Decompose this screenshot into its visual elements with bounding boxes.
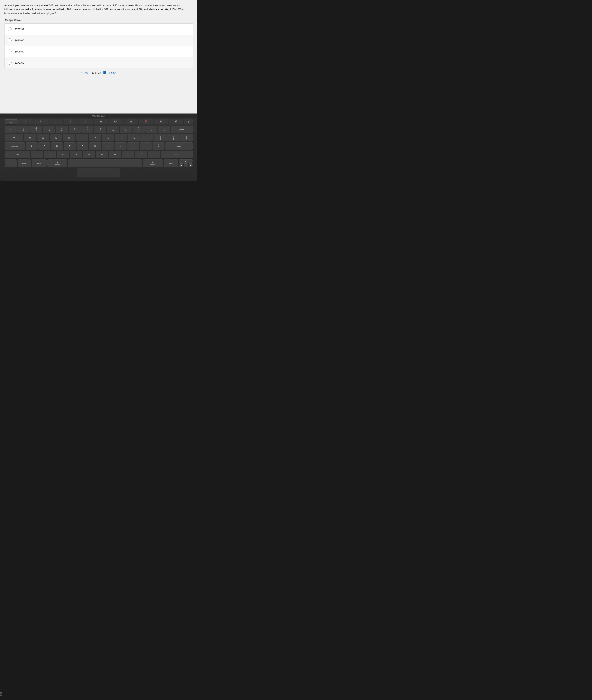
slash-key[interactable]: ?/: [148, 151, 160, 158]
period-key[interactable]: >.: [135, 151, 147, 158]
h-key[interactable]: H: [89, 143, 101, 150]
radio-a[interactable]: [8, 27, 11, 31]
d-key[interactable]: D: [51, 143, 63, 150]
touchpad[interactable]: [77, 168, 120, 177]
function-row: esc ☀F2 ⊞F3 ⋯F4 ✦F5 ☀F6 ◀◀F7 ▶⏸F8 ▶▶F9 🔇…: [4, 119, 193, 124]
choice-a-text: $737.92: [15, 28, 24, 31]
choice-b[interactable]: $680.00: [4, 35, 193, 46]
b-key[interactable]: B: [83, 151, 95, 158]
choices-container: $737.92 $680.00 $909.50 $171.58: [4, 23, 193, 68]
z-key[interactable]: Z: [31, 151, 43, 158]
j-key[interactable]: J: [102, 143, 114, 150]
macbook-label: MacBook Air: [0, 113, 197, 118]
f8-key[interactable]: ▶⏸F8: [109, 119, 123, 124]
next-button[interactable]: Next ›: [109, 71, 116, 74]
1-key[interactable]: !1: [17, 126, 30, 133]
asdf-row: caps lock A S D F G H J K L :; "' return: [4, 143, 193, 150]
q-key[interactable]: Q: [24, 134, 36, 142]
t-key[interactable]: T: [76, 134, 88, 142]
comma-key[interactable]: <,: [122, 151, 134, 158]
i-key[interactable]: I: [115, 134, 128, 142]
shift-right-key[interactable]: shift: [161, 151, 193, 158]
3-key[interactable]: #3: [43, 126, 55, 133]
m-key[interactable]: M: [109, 151, 121, 158]
question-text: An employee receives an hourly rate of $…: [4, 4, 185, 15]
2-key[interactable]: @2: [30, 126, 42, 133]
4-key[interactable]: $4: [56, 126, 68, 133]
f12-key[interactable]: 🔊F12: [169, 119, 183, 124]
equals-key[interactable]: +=: [158, 126, 170, 133]
e-key[interactable]: E: [50, 134, 62, 142]
backtick-key[interactable]: ~`: [5, 126, 17, 133]
radio-c[interactable]: [8, 50, 11, 53]
bracket-close-key[interactable]: }]: [167, 134, 180, 142]
f6-key[interactable]: ☀F6: [79, 119, 93, 124]
keyboard-area: esc ☀F2 ⊞F3 ⋯F4 ✦F5 ☀F6 ◀◀F7 ▶⏸F8 ▶▶F9 🔇…: [0, 118, 197, 181]
s-key[interactable]: S: [38, 143, 50, 150]
option-left-key[interactable]: option: [32, 160, 46, 167]
semicolon-key[interactable]: :;: [140, 143, 152, 150]
qwerty-row: tab Q W E R T Y U I O P {[ }] |\: [4, 134, 193, 142]
arrow-right-key[interactable]: ▶: [189, 163, 193, 167]
o-key[interactable]: O: [128, 134, 141, 142]
minus-key[interactable]: —-: [145, 126, 157, 133]
u-key[interactable]: U: [102, 134, 114, 142]
f2-key[interactable]: ☀F2: [18, 119, 33, 124]
9-key[interactable]: (9: [120, 126, 132, 133]
ctrl-key[interactable]: control: [17, 160, 31, 167]
f4-key[interactable]: ⋯F4: [49, 119, 63, 124]
6-key[interactable]: ^6: [82, 126, 93, 133]
g-key[interactable]: G: [77, 143, 89, 150]
radio-b[interactable]: [8, 38, 11, 42]
arrow-down-key[interactable]: ▼: [184, 163, 188, 167]
bracket-open-key[interactable]: {[: [154, 134, 166, 142]
f-key[interactable]: F: [64, 143, 76, 150]
c-key[interactable]: C: [57, 151, 69, 158]
w-key[interactable]: W: [37, 134, 49, 142]
caps-key[interactable]: caps lock: [5, 143, 25, 150]
chevron-left-icon: ‹: [81, 71, 82, 74]
arrow-left-key[interactable]: ◀: [179, 163, 183, 167]
k-key[interactable]: K: [114, 143, 127, 150]
cmd-right-key[interactable]: ⌘ command: [143, 160, 163, 167]
zxcv-row: shift Z X C V B N M <, >. ?/ shift: [4, 151, 193, 158]
arrow-up-key[interactable]: ▲: [179, 159, 193, 163]
quote-key[interactable]: "': [152, 143, 164, 150]
0-key[interactable]: )0: [133, 126, 144, 133]
f11-key[interactable]: 🔉F11: [154, 119, 168, 124]
delete-key[interactable]: delete: [171, 126, 192, 133]
space-key[interactable]: [68, 160, 142, 167]
choice-a[interactable]: $737.92: [4, 24, 193, 35]
choice-c[interactable]: $909.50: [4, 46, 193, 57]
prev-button[interactable]: ‹ Prev: [81, 71, 88, 74]
v-key[interactable]: V: [70, 151, 82, 158]
f3-key[interactable]: ⊞F3: [34, 119, 48, 124]
cmd-left-key[interactable]: ⌘ command: [47, 160, 67, 167]
n-key[interactable]: N: [96, 151, 108, 158]
f10-key[interactable]: 🔇F10: [139, 119, 153, 124]
fn-key[interactable]: fn: [5, 160, 17, 167]
next-label: Next: [109, 71, 115, 74]
shift-left-key[interactable]: shift: [5, 151, 30, 158]
option-right-key[interactable]: option: [164, 160, 178, 167]
y-key[interactable]: Y: [89, 134, 101, 142]
radio-d[interactable]: [8, 61, 11, 65]
f9-key[interactable]: ▶▶F9: [124, 119, 138, 124]
f5-key[interactable]: ✦F5: [64, 119, 78, 124]
7-key[interactable]: &7: [94, 126, 106, 133]
backslash-key[interactable]: |\: [180, 134, 193, 142]
p-key[interactable]: P: [141, 134, 154, 142]
5-key[interactable]: %5: [69, 126, 81, 133]
r-key[interactable]: R: [63, 134, 76, 142]
grid-icon[interactable]: [103, 71, 106, 74]
x-key[interactable]: X: [44, 151, 56, 158]
power-key[interactable]: ⏻: [184, 119, 193, 124]
f7-key[interactable]: ◀◀F7: [94, 119, 108, 124]
return-key[interactable]: return: [165, 143, 193, 150]
a-key[interactable]: A: [26, 143, 38, 150]
escape-key[interactable]: esc: [5, 119, 17, 124]
choice-d[interactable]: $171.58: [4, 57, 193, 68]
8-key[interactable]: *8: [107, 126, 119, 133]
l-key[interactable]: L: [127, 143, 139, 150]
tab-key[interactable]: tab: [5, 134, 23, 142]
